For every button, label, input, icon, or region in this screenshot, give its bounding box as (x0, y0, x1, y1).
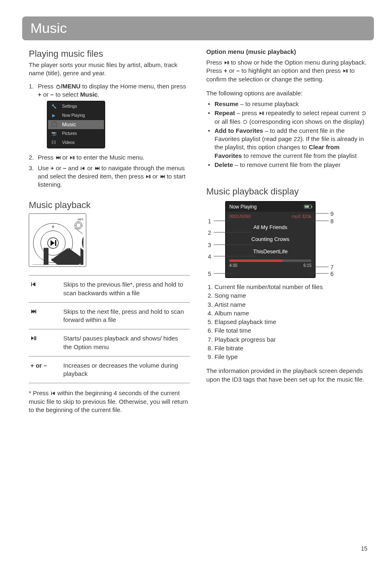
callout-6: 6 (330, 270, 334, 278)
np-counter: 0001/0090 (229, 213, 251, 220)
heading-playback-display: Music playback display (206, 185, 367, 198)
legend-item: Song name (214, 292, 367, 300)
next-icon-cell (29, 302, 62, 329)
next-icon (30, 308, 37, 315)
callout-2: 2 (208, 229, 211, 237)
svg-marker-20 (51, 240, 55, 246)
np-bitrate: mp3 320k (292, 213, 311, 220)
legend-item: Album name (214, 309, 367, 317)
option-resume: Resume – to resume playback (206, 100, 367, 108)
power-icon (55, 84, 61, 89)
control-row-volume: + or – Increases or decreases the volume… (29, 356, 190, 383)
control-desc: Skips to the previous file*, press and h… (62, 276, 190, 303)
controller-diagram: MENU + – (29, 213, 86, 267)
step-2: Press or to enter the Music menu. (29, 153, 190, 162)
legend-item: Artist name (214, 301, 367, 309)
legend-item: File type (214, 353, 367, 361)
play-pause-icon (145, 174, 151, 179)
options-available: The following options are available: (206, 89, 367, 97)
option-delete: Delete – to remove current file from the… (206, 161, 367, 169)
svg-rect-21 (55, 240, 56, 246)
now-playing-diagram: 1 2 3 4 5 9 8 7 6 Now Playing 0001/0090 … (206, 201, 367, 278)
step-1: Press /MENU to display the Home menu, th… (29, 82, 190, 148)
np-album: ThisDesertLife (226, 245, 315, 258)
controls-table: Skips to the previous file*, press and h… (29, 275, 190, 383)
np-title: Now Playing (229, 204, 257, 210)
play-pause-icon (30, 335, 37, 341)
device-menu-mock: 🔧 Settings ▶ Now Playing 🎧 Music › 📷 (47, 101, 105, 148)
option-favorites: Add to Favorites – to add the current fi… (206, 127, 367, 160)
control-row-next: Skips to the next file, press and hold t… (29, 302, 190, 329)
np-title-bar: Now Playing (226, 202, 315, 212)
control-desc: Starts/ pauses playback and shows/ hides… (62, 329, 190, 357)
prev-icon (30, 281, 37, 287)
now-playing-screen: Now Playing 0001/0090 mp3 320k All My Fr… (225, 201, 316, 278)
volume-label: + or – (29, 356, 62, 383)
callout-3: 3 (208, 241, 211, 249)
options-list: Resume – to resume playback Repeat – pre… (206, 100, 367, 169)
legend-item: File total time (214, 326, 367, 335)
battery-icon (304, 205, 311, 208)
control-desc: Skips to the next file, press and hold t… (62, 302, 190, 329)
heading-music-playback: Music playback (29, 199, 190, 211)
menu-row-music: 🎧 Music › (48, 120, 104, 129)
option-repeat: Repeat – press repeatedly to select repe… (206, 109, 367, 126)
page-title-band: Music (22, 16, 374, 40)
control-row-prev: Skips to the previous file*, press and h… (29, 276, 190, 303)
legend-item: File bitrate (214, 344, 367, 352)
intro-text: The player sorts your music files by art… (29, 61, 190, 78)
repeat-all-icon (242, 119, 248, 125)
svg-text:MENU: MENU (78, 218, 83, 221)
legend-item: Elapsed playback time (214, 318, 367, 326)
np-total: 6:15 (304, 263, 311, 269)
svg-point-16 (76, 223, 81, 228)
option-menu-heading: Option menu (music playback) (206, 48, 367, 56)
np-counter-row: 0001/0090 mp3 320k (226, 212, 315, 221)
closing-text: The information provided in the playback… (206, 367, 367, 384)
callout-9: 9 (330, 210, 334, 218)
np-song: All My Friends (226, 221, 315, 234)
svg-text:+: + (51, 223, 55, 230)
callout-1: 1 (208, 218, 211, 225)
next-icon (160, 174, 165, 179)
step-3: Use + or – and or to navigate through th… (29, 164, 190, 189)
progress-bar (229, 259, 311, 262)
next-icon (95, 166, 100, 171)
legend-item: Playback progress bar (214, 336, 367, 344)
display-legend: Current file number/total number of file… (206, 283, 367, 361)
callout-8: 8 (330, 218, 334, 225)
repeat-one-icon (361, 111, 367, 116)
prev-icon (51, 391, 56, 396)
headphones-icon: 🎧 (48, 120, 60, 128)
np-progress: 4:30 6:15 (226, 258, 315, 270)
left-column: Playing music files The player sorts you… (29, 48, 190, 417)
playpause-icon-cell (29, 329, 62, 357)
chevron-right-icon: › (100, 122, 104, 127)
np-artist: Counting Crows (226, 233, 315, 245)
menu-row-pictures: 📷 Pictures (48, 129, 104, 138)
footnote: * Press within the beginning 4 seconds o… (29, 389, 190, 414)
page-title: Music (30, 19, 366, 38)
menu-row-now-playing: ▶ Now Playing (48, 111, 104, 120)
film-icon: 🎞 (48, 140, 60, 146)
menu-row-settings: 🔧 Settings (48, 102, 104, 111)
svg-line-24 (74, 228, 83, 234)
next-icon (55, 155, 61, 160)
np-elapsed: 4:30 (229, 263, 237, 269)
play-pause-icon (259, 111, 264, 116)
play-pause-icon (224, 60, 229, 65)
right-column: Option menu (music playback) Press to sh… (206, 48, 367, 417)
callout-4: 4 (208, 253, 211, 261)
control-row-playpause: Starts/ pauses playback and shows/ hides… (29, 329, 190, 357)
prev-icon (80, 166, 85, 171)
play-pause-icon (343, 68, 348, 74)
option-menu-intro: Press to show or hide the Option menu du… (206, 58, 367, 83)
steps-list: Press /MENU to display the Home menu, th… (29, 82, 190, 189)
heading-playing-music-files: Playing music files (29, 48, 190, 60)
legend-item: Current file number/total number of file… (214, 283, 367, 291)
menu-row-videos: 🎞 Videos (48, 138, 104, 147)
play-icon: ▶ (48, 113, 60, 118)
wrench-icon: 🔧 (48, 104, 60, 109)
play-pause-icon (69, 155, 75, 160)
page-number: 15 (361, 545, 367, 553)
